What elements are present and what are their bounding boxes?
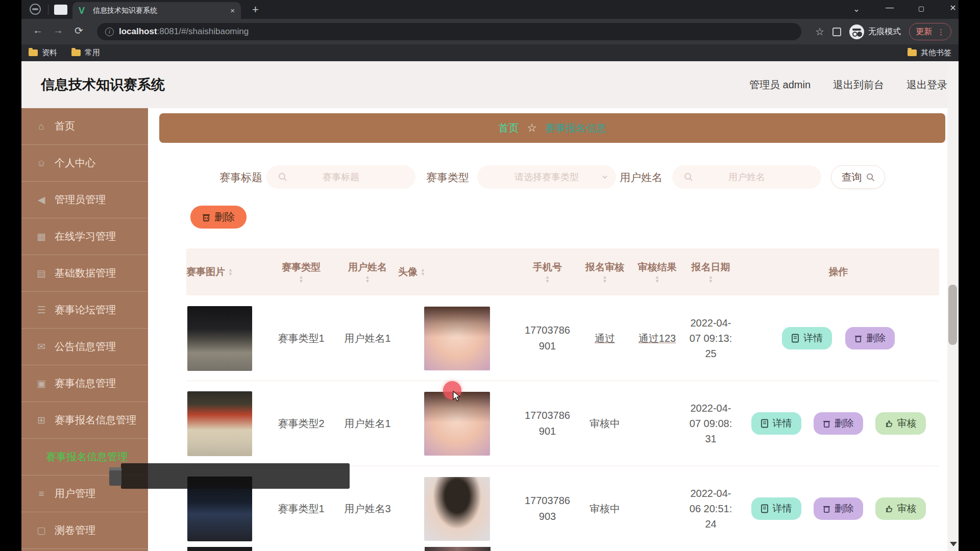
- window-icon: ⊞: [36, 414, 47, 426]
- col-avatar[interactable]: 头像 ▲▼: [398, 265, 516, 279]
- mouse-cursor-icon: [452, 390, 463, 403]
- sort-icons[interactable]: ▲▼: [365, 275, 370, 283]
- search-icon: [684, 172, 693, 182]
- lines-icon: ≡: [36, 488, 47, 499]
- browser-profile-icon[interactable]: [30, 4, 41, 15]
- delete-button[interactable]: 删除: [814, 412, 863, 435]
- site-info-icon[interactable]: i: [105, 28, 114, 36]
- menu-kebab-icon[interactable]: ⋮: [937, 31, 945, 33]
- sidebar-item-forum-management[interactable]: ☰ 赛事论坛管理: [21, 292, 148, 329]
- sidebar-item-notice-management[interactable]: ✉ 公告信息管理: [21, 329, 148, 365]
- sidebar-item-home[interactable]: ⌂ 首页: [21, 108, 148, 145]
- admin-user-label[interactable]: 管理员 admin: [749, 78, 811, 92]
- detail-button[interactable]: 详情: [751, 497, 801, 520]
- window-maximize-button[interactable]: ▢: [915, 5, 928, 12]
- cell-date: 2022-04-07 09:13:25: [688, 315, 734, 361]
- detail-button[interactable]: 详情: [782, 327, 832, 349]
- audit-button[interactable]: 审核: [875, 412, 926, 435]
- tab-search-icon[interactable]: ⌄: [850, 4, 863, 14]
- col-event-type[interactable]: 赛事类型 ▲▼: [265, 261, 337, 283]
- page-title: 信息技术知识赛系统: [41, 76, 165, 94]
- col-phone[interactable]: 手机号 ▲▼: [516, 261, 579, 283]
- cell-phone: 17703786901: [524, 322, 571, 354]
- forward-icon[interactable]: →: [53, 24, 63, 36]
- bookmark-folder-ziliao[interactable]: 资料: [29, 48, 57, 58]
- new-tab-button[interactable]: +: [252, 3, 259, 16]
- sidebar-item-admin-management[interactable]: ◀ 管理员管理: [21, 182, 148, 218]
- col-date[interactable]: 报名日期 ▲▼: [684, 261, 738, 283]
- delete-button[interactable]: 删除: [814, 497, 863, 520]
- sort-icons[interactable]: ▲▼: [545, 275, 550, 283]
- incognito-label: 无痕模式: [868, 27, 901, 37]
- page: V 信息技术知识赛系统 × + ⌄ — ▢ ✕ ← → ⟳ i localhos…: [0, 0, 980, 551]
- bulk-delete-button[interactable]: 删除: [190, 206, 247, 229]
- event-type-label: 赛事类型: [426, 170, 469, 185]
- sort-icons[interactable]: ▲▼: [603, 275, 607, 283]
- pinned-tab-icon[interactable]: [54, 5, 67, 15]
- sort-icons[interactable]: ▲▼: [228, 268, 233, 276]
- sidebar-item-event-info[interactable]: ▣ 赛事信息管理: [21, 365, 148, 402]
- sort-icons[interactable]: ▲▼: [708, 275, 713, 283]
- search-icon: [278, 172, 287, 182]
- trash-icon: [823, 505, 830, 513]
- audit-button[interactable]: 审核: [875, 497, 926, 520]
- avatar[interactable]: [424, 307, 490, 370]
- event-image[interactable]: [187, 306, 252, 371]
- cell-user-name: 用户姓名1: [344, 332, 390, 345]
- table-header-row: 赛事图片 ▲▼ 赛事类型 ▲▼ 用户姓名 ▲▼ 头像 ▲▼ 手机号 ▲▼ 报名审…: [186, 248, 939, 295]
- sidebar-item-exam-management[interactable]: ▢ 测卷管理: [21, 512, 148, 549]
- logout-link[interactable]: 退出登录: [906, 78, 947, 92]
- event-image-partial: [187, 547, 252, 551]
- exit-to-front-link[interactable]: 退出到前台: [833, 78, 884, 92]
- event-type-select[interactable]: 请选择赛事类型: [477, 165, 616, 189]
- delete-button[interactable]: 删除: [845, 327, 895, 349]
- side-panel-icon[interactable]: [832, 28, 841, 36]
- col-review[interactable]: 报名审核 ▲▼: [579, 261, 630, 283]
- scrollbar-down-arrow[interactable]: [950, 542, 957, 546]
- user-name-label: 用户姓名: [620, 170, 663, 185]
- search-button[interactable]: 查询: [831, 165, 885, 189]
- scrollbar-thumb[interactable]: [948, 285, 957, 345]
- url-path: :8081/#/shaishibaoming: [157, 27, 249, 36]
- reload-icon[interactable]: ⟳: [75, 24, 83, 37]
- megaphone-icon: ◀: [36, 194, 47, 206]
- paper-icon: ▢: [36, 524, 47, 536]
- window-close-button[interactable]: ✕: [946, 3, 960, 13]
- avatar[interactable]: [424, 477, 490, 541]
- back-icon[interactable]: ←: [33, 24, 43, 36]
- sort-icons[interactable]: ▲▼: [655, 275, 659, 283]
- sort-icons[interactable]: ▲▼: [421, 268, 425, 276]
- sort-icons[interactable]: ▲▼: [299, 275, 304, 283]
- bookmark-folder-changyong[interactable]: 常用: [71, 48, 100, 58]
- col-event-image[interactable]: 赛事图片 ▲▼: [186, 265, 265, 279]
- trash-icon: [823, 419, 830, 428]
- sidebar-item-personal-center[interactable]: ☺ 个人中心: [21, 145, 148, 182]
- document-icon: [791, 334, 799, 343]
- browser-update-button[interactable]: 更新 ⋮: [909, 23, 951, 40]
- event-image[interactable]: [187, 391, 252, 456]
- cell-date: 2022-04-07 09:08:31: [688, 400, 734, 446]
- user-name-input[interactable]: [672, 165, 821, 189]
- event-title-label: 赛事标题: [219, 170, 262, 185]
- col-user-name[interactable]: 用户姓名 ▲▼: [337, 261, 398, 283]
- other-bookmarks[interactable]: 其他书签: [908, 48, 951, 58]
- cell-user-name: 用户姓名1: [344, 417, 390, 431]
- browser-tab[interactable]: V 信息技术知识赛系统 ×: [72, 2, 241, 19]
- address-bar[interactable]: i localhost:8081/#/shaishibaoming: [97, 23, 801, 40]
- chevron-down-icon: [602, 174, 608, 180]
- table-row: 赛事类型2 用户姓名1 17703786901 审核中 2022-04-07 0…: [186, 381, 939, 466]
- sidebar-item-base-data[interactable]: ▤ 基础数据管理: [21, 255, 148, 292]
- sidebar-item-online-learning[interactable]: ▦ 在线学习管理: [21, 218, 148, 255]
- tab-close-icon[interactable]: ×: [230, 6, 235, 15]
- cell-review: 审核中: [590, 502, 620, 516]
- breadcrumb-home-link[interactable]: 首页: [498, 121, 519, 135]
- sidebar-item-registration-management[interactable]: ⊞ 赛事报名信息管理: [21, 402, 148, 439]
- tab-title: 信息技术知识赛系统: [93, 6, 225, 15]
- cell-event-type: 赛事类型1: [278, 332, 324, 345]
- detail-button[interactable]: 详情: [751, 412, 801, 435]
- mail-icon: ✉: [36, 341, 47, 353]
- bookmark-star-icon[interactable]: ☆: [815, 26, 824, 38]
- event-title-input[interactable]: [266, 165, 415, 189]
- col-result[interactable]: 审核结果 ▲▼: [630, 261, 684, 283]
- window-minimize-button[interactable]: —: [883, 3, 896, 12]
